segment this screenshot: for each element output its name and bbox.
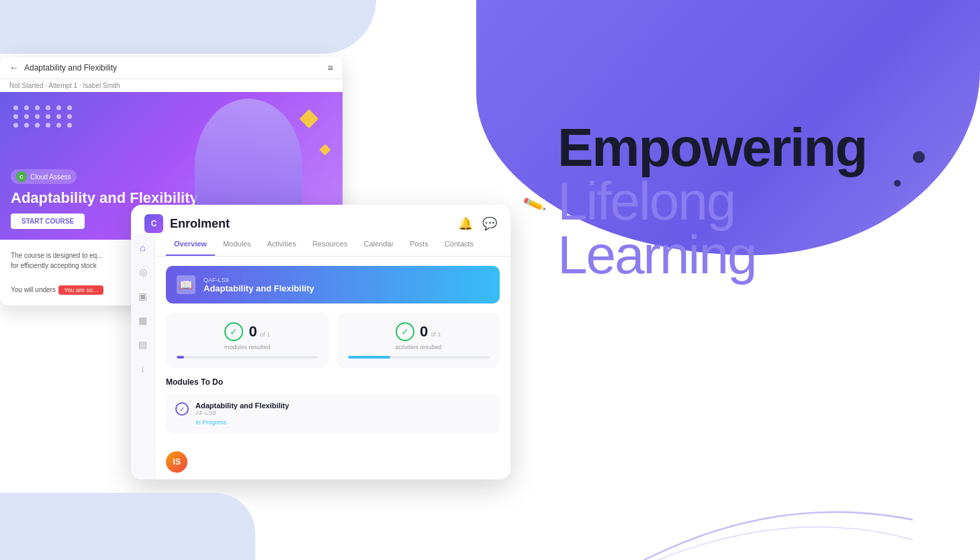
nav-download-icon[interactable]: ↓ bbox=[136, 362, 150, 375]
stat-card-activities: ✓ 0 of 1 activities resulted bbox=[337, 313, 500, 368]
stat-icon-row-2: ✓ 0 of 1 bbox=[396, 322, 441, 341]
side-nav: ⌂ ◎ ▣ ▦ ▤ ↓ bbox=[131, 233, 155, 479]
nav-home-icon[interactable]: ⌂ bbox=[136, 241, 150, 254]
hero-diamond-1 bbox=[300, 109, 318, 128]
module-name: Adaptability and Flexibility bbox=[195, 402, 289, 410]
tab-contacts[interactable]: Contacts bbox=[437, 233, 482, 256]
tab-calendar[interactable]: Calendar bbox=[355, 233, 402, 256]
empowering-text: Empowering bbox=[558, 121, 947, 175]
nav-book-icon[interactable]: ▣ bbox=[136, 289, 150, 303]
stat-of-modules: of 1 bbox=[260, 331, 270, 338]
chat-icon[interactable]: 💬 bbox=[482, 216, 497, 231]
laptop-course-title: Adaptability and Flexibility bbox=[24, 63, 117, 73]
module-check-icon: ✓ bbox=[175, 402, 189, 416]
stat-progress-activities bbox=[348, 356, 490, 359]
laptop-header: ← Adaptability and Flexibility ≡ bbox=[0, 57, 343, 79]
enrolment-title: Enrolment bbox=[170, 217, 230, 231]
stat-progress-fill-modules bbox=[177, 356, 184, 359]
tabs-bar: Overview Modules Activities Resources Ca… bbox=[155, 233, 510, 256]
modules-section-title: Modules To Do bbox=[166, 377, 500, 387]
start-course-button[interactable]: START COURSE bbox=[11, 214, 85, 229]
stat-progress-modules bbox=[177, 356, 318, 359]
course-card-name: Adaptability and Flexibility bbox=[204, 283, 314, 293]
module-item-header: ✓ Adaptability and Flexibility AF-LS9 bbox=[175, 402, 490, 416]
laptop-subtitle: Not Started · Attempt 1 · Isabel Smith bbox=[0, 79, 343, 92]
tab-modules[interactable]: Modules bbox=[215, 233, 259, 256]
course-card-code: QAF-LS9 bbox=[204, 277, 314, 283]
course-desc-line3: You will unders bbox=[11, 286, 56, 293]
tab-overview[interactable]: Overview bbox=[166, 233, 215, 256]
nav-calendar-icon[interactable]: ▦ bbox=[136, 314, 150, 327]
enrolment-left: C Enrolment bbox=[144, 214, 230, 233]
nav-doc-icon[interactable]: ▤ bbox=[136, 338, 150, 351]
bell-icon[interactable]: 🔔 bbox=[458, 216, 473, 231]
tab-resources[interactable]: Resources bbox=[304, 233, 356, 256]
hero-diamond-2 bbox=[320, 144, 331, 156]
enrolment-panel: C Enrolment 🔔 💬 ⌂ ◎ ▣ ▦ ▤ ↓ Ov bbox=[131, 205, 510, 479]
you-are-badge: You are so... bbox=[58, 285, 103, 295]
module-item: ✓ Adaptability and Flexibility AF-LS9 In… bbox=[166, 393, 500, 434]
tab-activities[interactable]: Activities bbox=[259, 233, 304, 256]
course-card-banner: 📖 QAF-LS9 Adaptability and Flexibility bbox=[166, 266, 500, 304]
back-arrow-button[interactable]: ← bbox=[9, 62, 19, 73]
user-avatar: IS bbox=[166, 451, 187, 473]
hero-logo-badge: C Cloud Assess bbox=[11, 169, 77, 184]
module-status: In Progress bbox=[195, 419, 490, 426]
laptop-header-left: ← Adaptability and Flexibility bbox=[9, 62, 117, 73]
tab-posts[interactable]: Posts bbox=[402, 233, 437, 256]
stat-check-icon-2: ✓ bbox=[396, 322, 414, 341]
stat-card-modules: ✓ 0 of 1 modules resulted bbox=[166, 313, 329, 368]
stat-number-activities: 0 bbox=[420, 323, 428, 340]
module-info: Adaptability and Flexibility AF-LS9 bbox=[195, 402, 289, 416]
stat-progress-fill-activities bbox=[348, 356, 390, 359]
course-card-icon: 📖 bbox=[177, 275, 195, 294]
bg-curve-bottom bbox=[644, 439, 913, 560]
stat-label-activities: activities resulted bbox=[395, 344, 441, 351]
bg-decoration-top-left bbox=[0, 0, 376, 54]
course-card-info: QAF-LS9 Adaptability and Flexibility bbox=[204, 277, 314, 293]
right-text-area: Empowering Lifelong Learning bbox=[558, 121, 947, 282]
module-code: AF-LS9 bbox=[195, 410, 289, 416]
hero-logo-circle: C bbox=[16, 171, 27, 182]
modules-section: Modules To Do ✓ Adaptability and Flexibi… bbox=[166, 377, 500, 434]
stat-label-modules: modules resulted bbox=[224, 344, 271, 351]
hero-dots bbox=[13, 105, 74, 128]
nav-circle-icon[interactable]: ◎ bbox=[136, 265, 150, 279]
lifelong-text: Lifelong bbox=[558, 175, 947, 228]
menu-icon[interactable]: ≡ bbox=[328, 62, 333, 73]
stats-row: ✓ 0 of 1 modules resulted bbox=[166, 313, 500, 368]
enrolment-header: C Enrolment 🔔 💬 bbox=[131, 205, 510, 233]
hero-logo-text: Cloud Assess bbox=[30, 173, 71, 181]
tablet-footer: IS bbox=[155, 445, 510, 479]
bg-lavender-bottom-left bbox=[0, 493, 255, 560]
stat-icon-row-1: ✓ 0 of 1 bbox=[224, 322, 270, 341]
content-area: 📖 QAF-LS9 Adaptability and Flexibility ✓ bbox=[155, 266, 510, 445]
stat-number-modules: 0 bbox=[249, 323, 257, 340]
enrolment-logo: C bbox=[144, 214, 163, 233]
stat-check-icon-1: ✓ bbox=[224, 322, 243, 341]
learning-text: Learning bbox=[558, 228, 947, 282]
main-content: Overview Modules Activities Resources Ca… bbox=[155, 233, 510, 479]
panel-body: ⌂ ◎ ▣ ▦ ▤ ↓ Overview Modules Activities … bbox=[131, 233, 510, 479]
enrolment-icons: 🔔 💬 bbox=[458, 216, 497, 231]
tablet-mockup: C Enrolment 🔔 💬 ⌂ ◎ ▣ ▦ ▤ ↓ Ov bbox=[131, 205, 510, 479]
stat-of-activities: of 1 bbox=[431, 331, 441, 338]
